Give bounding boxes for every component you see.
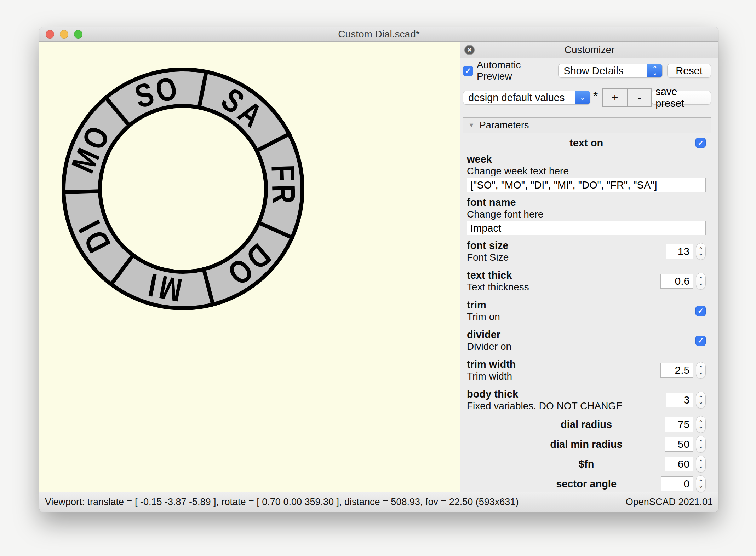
dial-min-radius-stepper[interactable]: ⌃⌄ — [696, 436, 706, 453]
body-thick-stepper[interactable]: ⌃⌄ — [696, 392, 706, 409]
select-chevron-icon: ⌄ — [575, 91, 590, 104]
fn-input[interactable] — [665, 457, 693, 471]
text-thick-input[interactable] — [660, 274, 693, 289]
body-thick-input[interactable] — [666, 393, 693, 407]
parameters-label: Parameters — [480, 120, 529, 131]
text-thick-stepper[interactable]: ⌃⌄ — [696, 273, 706, 290]
customizer-header: ✕ Customizer — [460, 42, 718, 58]
trim-width-stepper[interactable]: ⌃⌄ — [696, 362, 706, 379]
check-icon: ✓ — [465, 66, 471, 75]
3d-viewport[interactable]: SOMODIMIDOFRSA — [39, 42, 460, 492]
app-version: OpenSCAD 2021.01 — [626, 497, 713, 508]
param-row-fn: $fn ⌃⌄ — [467, 455, 706, 473]
param-row-trim: trim Trim on ✓ — [467, 297, 706, 324]
param-row-font-name: font name Change font here — [467, 196, 706, 235]
param-row-body-thick: body thick Fixed variables. DO NOT CHANG… — [467, 387, 706, 413]
param-row-divider: divider Divider on ✓ — [467, 327, 706, 354]
param-row-dial-radius: dial radius ⌃⌄ — [467, 416, 706, 433]
param-name: font name — [467, 196, 706, 208]
window-title: Custom Dial.scad* — [338, 29, 419, 40]
traffic-lights — [46, 27, 82, 41]
dial-radius-input[interactable] — [665, 417, 693, 432]
customizer-title: Customizer — [565, 44, 615, 56]
viewport-status-text: Viewport: translate = [ -0.15 -3.87 -5.8… — [45, 497, 519, 508]
openscad-window: Custom Dial.scad* SOMODIMIDOFRSA ✕ Custo… — [39, 27, 718, 512]
font-name-input[interactable] — [467, 221, 706, 235]
font-size-input[interactable] — [666, 244, 693, 259]
dial-day-label: MI — [142, 266, 185, 309]
add-preset-button[interactable]: + — [603, 89, 627, 106]
automatic-preview-label: Automatic Preview — [477, 59, 558, 82]
automatic-preview-checkbox[interactable]: ✓ — [463, 66, 473, 76]
param-row-text-on: text on ✓ — [467, 135, 706, 150]
dial-day-label: FR — [265, 164, 303, 208]
dial-radius-stepper[interactable]: ⌃⌄ — [696, 416, 706, 433]
week-text-input[interactable] — [467, 178, 706, 192]
sector-angle-input[interactable] — [661, 476, 693, 491]
divider-checkbox[interactable]: ✓ — [695, 336, 706, 346]
text-on-checkbox[interactable]: ✓ — [695, 138, 706, 148]
param-name: week — [467, 153, 706, 165]
collapse-triangle-icon: ▼ — [468, 122, 475, 129]
customizer-panel: ✕ Customizer ✓ Automatic Preview Show De… — [460, 42, 718, 492]
parameters-group: ▼ Parameters text on ✓ week Change week … — [463, 117, 711, 493]
minimize-window-button[interactable] — [60, 30, 68, 39]
preset-select[interactable]: design default values ⌄ — [463, 91, 590, 105]
parameters-content: text on ✓ week Change week text here fon… — [463, 133, 711, 493]
dial-min-radius-input[interactable] — [665, 437, 693, 452]
zoom-window-button[interactable] — [74, 30, 82, 39]
fn-stepper[interactable]: ⌃⌄ — [696, 456, 706, 473]
check-icon: ✓ — [698, 307, 704, 315]
parameters-group-header[interactable]: ▼ Parameters — [463, 118, 711, 133]
param-row-trim-width: trim width Trim width ⌃⌄ — [467, 357, 706, 384]
preset-add-remove-group: + - — [602, 88, 652, 107]
check-icon: ✓ — [698, 139, 704, 147]
dial-preview[interactable]: SOMODIMIDOFRSA — [39, 42, 460, 492]
param-description: Change font here — [467, 208, 706, 220]
param-row-text-thick: text thick Text thickness ⌃⌄ — [467, 268, 706, 295]
font-size-stepper[interactable]: ⌃⌄ — [696, 243, 706, 260]
param-row-font-size: font size Font Size ⌃⌄ — [467, 238, 706, 265]
save-preset-button[interactable]: save preset — [652, 91, 711, 105]
title-bar[interactable]: Custom Dial.scad* — [39, 27, 718, 42]
param-row-sector-angle: sector angle ⌃⌄ — [467, 475, 706, 493]
close-icon[interactable]: ✕ — [464, 45, 475, 55]
trim-width-input[interactable] — [660, 363, 693, 378]
param-name: text on — [569, 137, 603, 149]
check-icon: ✓ — [698, 336, 704, 345]
param-row-week: week Change week text here — [467, 153, 706, 192]
select-chevrons-icon: ⌃ ⌄ — [647, 64, 662, 77]
reset-button[interactable]: Reset — [667, 64, 711, 78]
param-description: Change week text here — [467, 165, 706, 177]
sector-angle-stepper[interactable]: ⌃⌄ — [696, 475, 706, 492]
remove-preset-button[interactable]: - — [627, 89, 651, 106]
detail-level-select[interactable]: Show Details ⌃ ⌄ — [558, 64, 663, 78]
status-bar: Viewport: translate = [ -0.15 -3.87 -5.8… — [39, 492, 718, 512]
preset-modified-indicator: * — [593, 89, 598, 103]
param-row-dial-min-radius: dial min radius ⌃⌄ — [467, 435, 706, 453]
close-window-button[interactable] — [46, 30, 54, 39]
trim-checkbox[interactable]: ✓ — [695, 306, 706, 316]
